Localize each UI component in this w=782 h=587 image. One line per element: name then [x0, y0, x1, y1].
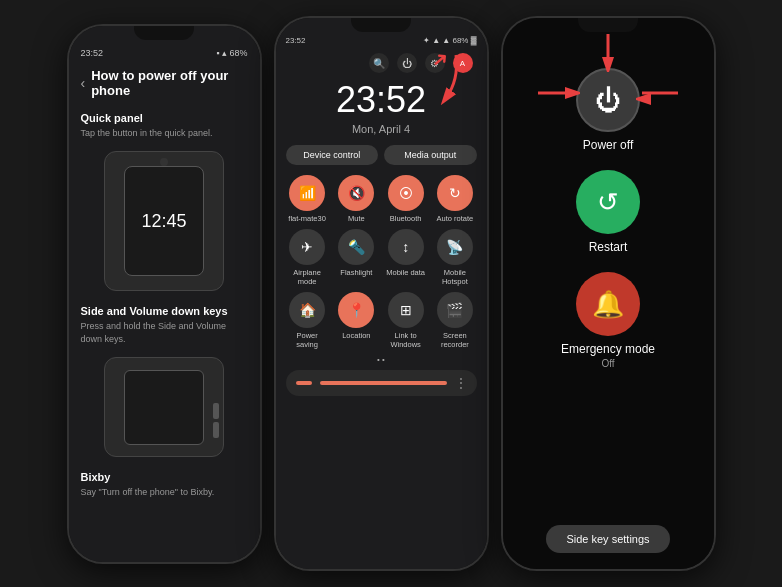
- emergency-item: 🔔 Emergency mode Off: [561, 272, 655, 369]
- emergency-button[interactable]: 🔔: [576, 272, 640, 336]
- qs-mute-icon: 🔇: [338, 175, 374, 211]
- arrow-left-svg: [636, 78, 680, 108]
- tab-media-output[interactable]: Media output: [384, 145, 477, 165]
- emergency-label: Emergency mode: [561, 342, 655, 356]
- phone-2-status-icons: ✦ ▲ ▲ 68% ▓: [423, 36, 477, 45]
- side-buttons: [213, 403, 219, 438]
- phone-2: 23:52 ✦ ▲ ▲ 68% ▓ 🔍 ⏻ ⚙ A ➜ 23:52 Mon, A…: [274, 16, 489, 571]
- qs-airplane-icon: ✈: [289, 229, 325, 265]
- phone-3-screen: ⏻ Power off ↺ Restart 🔔 Emergency mode O…: [503, 18, 714, 569]
- section-3-desc: Say "Turn off the phone" to Bixby.: [81, 486, 248, 499]
- power-off-button[interactable]: ⏻: [576, 68, 640, 132]
- qs-location-icon: 📍: [338, 292, 374, 328]
- qs-flashlight-label: Flashlight: [340, 268, 372, 277]
- qs-tabs: Device control Media output: [286, 145, 477, 165]
- qs-bluetooth-label: Bluetooth: [390, 214, 422, 223]
- qs-airplane-label: Airplane mode: [286, 268, 329, 286]
- page-dots: • •: [286, 355, 477, 364]
- phones-container: 23:52 ▪ ▴ 68% ‹ How to power off your ph…: [47, 0, 736, 587]
- mockup-screen-1: 12:45: [124, 166, 204, 276]
- qs-autorotate-icon: ↻: [437, 175, 473, 211]
- qs-tile-mute[interactable]: 🔇 Mute: [335, 175, 378, 223]
- qs-user-icon[interactable]: A: [453, 53, 473, 73]
- qs-tile-mobiledata[interactable]: ↕ Mobile data: [384, 229, 427, 286]
- section-1-title: Quick panel: [81, 112, 248, 124]
- phone-3-wrapper: ⏻ Power off ↺ Restart 🔔 Emergency mode O…: [501, 16, 716, 571]
- music-progress-bar: [320, 381, 447, 385]
- phone-2-time: 23:52: [286, 36, 306, 45]
- power-off-item: ⏻ Power off: [576, 68, 640, 152]
- phone-mockup-2: [104, 357, 224, 457]
- qs-hotspot-icon: 📡: [437, 229, 473, 265]
- qs-location-label: Location: [342, 331, 370, 340]
- qs-grid: 📶 flat-mate30 🔇 Mute ⦿ Bluetooth ↻ Auto …: [286, 175, 477, 349]
- music-menu-icon[interactable]: ⋮: [455, 376, 467, 390]
- power-off-label: Power off: [583, 138, 633, 152]
- restart-button[interactable]: ↺: [576, 170, 640, 234]
- qs-windows-icon: ⊞: [388, 292, 424, 328]
- section-2-desc: Press and hold the Side and Volume down …: [81, 320, 248, 345]
- phone-1-time: 23:52: [81, 48, 104, 58]
- qs-wifi-icon: 📶: [289, 175, 325, 211]
- qs-hotspot-label: Mobile Hotspot: [433, 268, 476, 286]
- qs-flashlight-icon: 🔦: [338, 229, 374, 265]
- qs-tile-powersaving[interactable]: 🏠 Power saving: [286, 292, 329, 349]
- qs-windows-label: Link to Windows: [384, 331, 427, 349]
- phone-1-status-bar: 23:52 ▪ ▴ 68%: [81, 48, 248, 58]
- qs-wifi-label: flat-mate30: [288, 214, 326, 223]
- phone-mockup-1: 12:45: [104, 151, 224, 291]
- qs-tile-bluetooth[interactable]: ⦿ Bluetooth: [384, 175, 427, 223]
- qs-screenrecorder-icon: 🎬: [437, 292, 473, 328]
- emergency-sublabel: Off: [601, 358, 614, 369]
- side-key-settings-button[interactable]: Side key settings: [546, 525, 669, 553]
- page-title: How to power off your phone: [91, 68, 247, 98]
- section-3-title: Bixby: [81, 471, 248, 483]
- qs-tile-location[interactable]: 📍 Location: [335, 292, 378, 349]
- camera-dot: [160, 158, 168, 166]
- restart-label: Restart: [589, 240, 628, 254]
- restart-item: ↺ Restart: [576, 170, 640, 254]
- phone-1-icons: ▪ ▴ 68%: [216, 48, 247, 58]
- qs-date: Mon, April 4: [286, 123, 477, 135]
- qs-tile-flashlight[interactable]: 🔦 Flashlight: [335, 229, 378, 286]
- qs-tile-wifi[interactable]: 📶 flat-mate30: [286, 175, 329, 223]
- arrow-right-svg: [536, 78, 580, 108]
- side-btn-2: [213, 422, 219, 438]
- qs-tile-airplane[interactable]: ✈ Airplane mode: [286, 229, 329, 286]
- qs-tile-screenrecorder[interactable]: 🎬 Screen recorder: [433, 292, 476, 349]
- qs-autorotate-label: Auto rotate: [437, 214, 474, 223]
- qs-tile-windows[interactable]: ⊞ Link to Windows: [384, 292, 427, 349]
- qs-screenrecorder-label: Screen recorder: [433, 331, 476, 349]
- qs-powersaving-label: Power saving: [286, 331, 329, 349]
- section-2-title: Side and Volume down keys: [81, 305, 248, 317]
- phone-1-wrapper: 23:52 ▪ ▴ 68% ‹ How to power off your ph…: [67, 24, 262, 564]
- qs-music-bar: ⋮: [286, 370, 477, 396]
- qs-bluetooth-icon: ⦿: [388, 175, 424, 211]
- qs-time: 23:52: [286, 79, 477, 121]
- mockup-screen-2: [124, 370, 204, 445]
- phone-1-screen: 23:52 ▪ ▴ 68% ‹ How to power off your ph…: [69, 26, 260, 562]
- back-arrow-icon[interactable]: ‹: [81, 75, 86, 91]
- qs-power-icon[interactable]: ⏻: [397, 53, 417, 73]
- phone-2-screen: 23:52 ✦ ▲ ▲ 68% ▓ 🔍 ⏻ ⚙ A ➜ 23:52 Mon, A…: [276, 18, 487, 569]
- qs-mute-label: Mute: [348, 214, 365, 223]
- section-1-desc: Tap the button in the quick panel.: [81, 127, 248, 140]
- phone-1: 23:52 ▪ ▴ 68% ‹ How to power off your ph…: [67, 24, 262, 564]
- qs-powersaving-icon: 🏠: [289, 292, 325, 328]
- phone-2-status-bar: 23:52 ✦ ▲ ▲ 68% ▓: [286, 36, 477, 45]
- qs-tile-autorotate[interactable]: ↻ Auto rotate: [433, 175, 476, 223]
- qs-mobiledata-label: Mobile data: [386, 268, 425, 277]
- music-progress-small: [296, 381, 312, 385]
- back-header: ‹ How to power off your phone: [81, 68, 248, 98]
- qs-tile-hotspot[interactable]: 📡 Mobile Hotspot: [433, 229, 476, 286]
- phone-3: ⏻ Power off ↺ Restart 🔔 Emergency mode O…: [501, 16, 716, 571]
- phone-2-wrapper: 23:52 ✦ ▲ ▲ 68% ▓ 🔍 ⏻ ⚙ A ➜ 23:52 Mon, A…: [274, 16, 489, 571]
- side-btn-1: [213, 403, 219, 419]
- qs-mobiledata-icon: ↕: [388, 229, 424, 265]
- arrow-down-svg: [588, 32, 628, 72]
- tab-device-control[interactable]: Device control: [286, 145, 379, 165]
- qs-search-icon[interactable]: 🔍: [369, 53, 389, 73]
